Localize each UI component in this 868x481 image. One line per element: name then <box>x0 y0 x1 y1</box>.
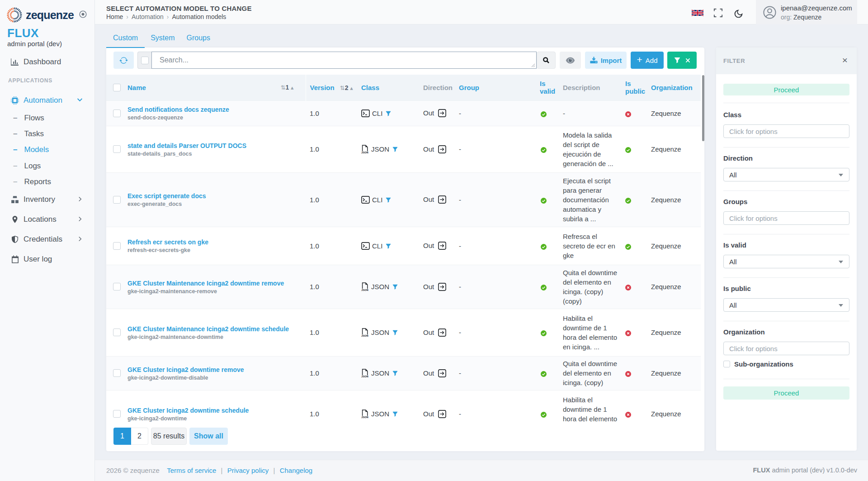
svg-text:JSON: JSON <box>361 334 368 337</box>
svg-text:JSON: JSON <box>361 289 368 291</box>
svg-text:JSON: JSON <box>361 416 368 419</box>
svg-text:JSON: JSON <box>361 151 368 154</box>
svg-text:JSON: JSON <box>361 375 368 378</box>
